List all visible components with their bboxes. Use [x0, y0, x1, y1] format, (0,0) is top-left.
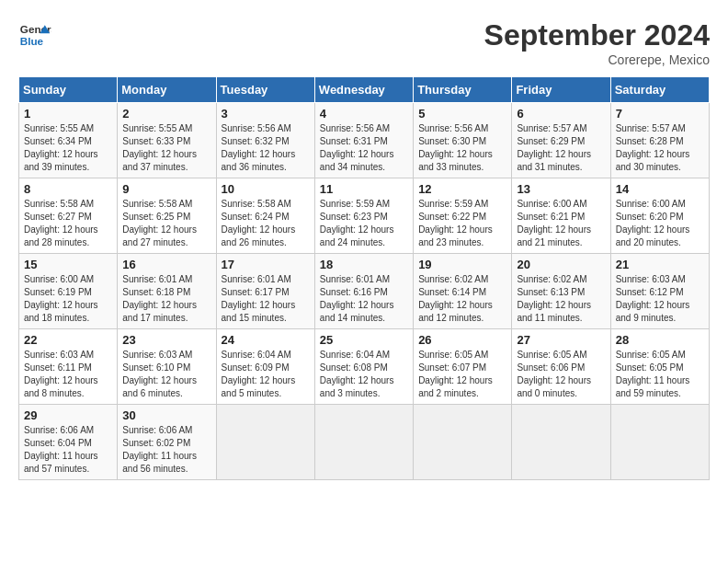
- day-number: 19: [418, 258, 506, 271]
- week-row: 29Sunrise: 6:06 AM Sunset: 6:04 PM Dayli…: [19, 405, 710, 480]
- day-cell: 26Sunrise: 6:05 AM Sunset: 6:07 PM Dayli…: [414, 329, 512, 405]
- header-row: SundayMondayTuesdayWednesdayThursdayFrid…: [19, 77, 710, 103]
- day-number: 12: [418, 182, 506, 196]
- col-header-saturday: Saturday: [610, 77, 709, 103]
- day-number: 20: [517, 258, 605, 271]
- day-info: Sunrise: 6:05 AM Sunset: 6:06 PM Dayligh…: [517, 349, 605, 400]
- day-cell: 13Sunrise: 6:00 AM Sunset: 6:21 PM Dayli…: [512, 178, 610, 254]
- day-info: Sunrise: 6:03 AM Sunset: 6:10 PM Dayligh…: [122, 349, 210, 400]
- day-info: Sunrise: 5:56 AM Sunset: 6:31 PM Dayligh…: [320, 122, 408, 174]
- day-info: Sunrise: 5:57 AM Sunset: 6:29 PM Dayligh…: [517, 122, 605, 174]
- col-header-tuesday: Tuesday: [216, 77, 314, 103]
- day-number: 13: [517, 182, 605, 196]
- day-info: Sunrise: 6:00 AM Sunset: 6:19 PM Dayligh…: [24, 273, 112, 325]
- day-number: 30: [122, 408, 210, 422]
- day-number: 9: [122, 182, 210, 196]
- day-number: 17: [222, 258, 310, 271]
- day-cell: 5Sunrise: 5:56 AM Sunset: 6:30 PM Daylig…: [414, 103, 512, 178]
- day-info: Sunrise: 6:00 AM Sunset: 6:20 PM Dayligh…: [616, 198, 704, 249]
- title-area: September 2024 Corerepe, Mexico: [484, 18, 710, 67]
- header: General Blue September 2024 Corerepe, Me…: [18, 18, 710, 67]
- day-number: 29: [24, 408, 112, 422]
- day-info: Sunrise: 5:58 AM Sunset: 6:25 PM Dayligh…: [122, 198, 210, 249]
- day-cell: 12Sunrise: 5:59 AM Sunset: 6:22 PM Dayli…: [414, 178, 512, 254]
- day-cell: 1Sunrise: 5:55 AM Sunset: 6:34 PM Daylig…: [19, 103, 118, 178]
- day-cell: 23Sunrise: 6:03 AM Sunset: 6:10 PM Dayli…: [118, 329, 216, 405]
- empty-cell: [216, 405, 314, 480]
- day-number: 16: [122, 258, 210, 271]
- col-header-monday: Monday: [118, 77, 216, 103]
- location: Corerepe, Mexico: [484, 52, 710, 67]
- day-number: 22: [24, 333, 112, 347]
- day-cell: 20Sunrise: 6:02 AM Sunset: 6:13 PM Dayli…: [512, 254, 610, 329]
- day-info: Sunrise: 6:05 AM Sunset: 6:07 PM Dayligh…: [418, 349, 506, 400]
- day-cell: 19Sunrise: 6:02 AM Sunset: 6:14 PM Dayli…: [414, 254, 512, 329]
- day-info: Sunrise: 6:01 AM Sunset: 6:17 PM Dayligh…: [222, 273, 310, 325]
- day-cell: 7Sunrise: 5:57 AM Sunset: 6:28 PM Daylig…: [610, 103, 709, 178]
- day-number: 8: [24, 182, 112, 196]
- day-info: Sunrise: 6:01 AM Sunset: 6:18 PM Dayligh…: [122, 273, 210, 325]
- day-number: 27: [517, 333, 605, 347]
- day-info: Sunrise: 5:58 AM Sunset: 6:27 PM Dayligh…: [24, 198, 112, 249]
- day-cell: 25Sunrise: 6:04 AM Sunset: 6:08 PM Dayli…: [314, 329, 413, 405]
- week-row: 15Sunrise: 6:00 AM Sunset: 6:19 PM Dayli…: [19, 254, 710, 329]
- day-info: Sunrise: 6:02 AM Sunset: 6:14 PM Dayligh…: [418, 273, 506, 325]
- day-cell: 2Sunrise: 5:55 AM Sunset: 6:33 PM Daylig…: [118, 103, 216, 178]
- day-number: 11: [320, 182, 408, 196]
- day-cell: 10Sunrise: 5:58 AM Sunset: 6:24 PM Dayli…: [216, 178, 314, 254]
- day-number: 2: [122, 107, 210, 121]
- day-info: Sunrise: 6:01 AM Sunset: 6:16 PM Dayligh…: [320, 273, 408, 325]
- day-cell: 22Sunrise: 6:03 AM Sunset: 6:11 PM Dayli…: [19, 329, 118, 405]
- day-number: 14: [616, 182, 704, 196]
- col-header-wednesday: Wednesday: [314, 77, 413, 103]
- day-cell: 18Sunrise: 6:01 AM Sunset: 6:16 PM Dayli…: [314, 254, 413, 329]
- empty-cell: [610, 405, 709, 480]
- empty-cell: [512, 405, 610, 480]
- day-cell: 14Sunrise: 6:00 AM Sunset: 6:20 PM Dayli…: [610, 178, 709, 254]
- week-row: 1Sunrise: 5:55 AM Sunset: 6:34 PM Daylig…: [19, 103, 710, 178]
- day-cell: 16Sunrise: 6:01 AM Sunset: 6:18 PM Dayli…: [118, 254, 216, 329]
- day-info: Sunrise: 6:00 AM Sunset: 6:21 PM Dayligh…: [517, 198, 605, 249]
- col-header-friday: Friday: [512, 77, 610, 103]
- day-cell: 4Sunrise: 5:56 AM Sunset: 6:31 PM Daylig…: [314, 103, 413, 178]
- day-cell: 28Sunrise: 6:05 AM Sunset: 6:05 PM Dayli…: [610, 329, 709, 405]
- day-cell: 15Sunrise: 6:00 AM Sunset: 6:19 PM Dayli…: [19, 254, 118, 329]
- day-info: Sunrise: 5:56 AM Sunset: 6:30 PM Dayligh…: [418, 122, 506, 174]
- day-number: 1: [24, 107, 112, 121]
- day-cell: 27Sunrise: 6:05 AM Sunset: 6:06 PM Dayli…: [512, 329, 610, 405]
- day-number: 10: [222, 182, 310, 196]
- day-number: 6: [517, 107, 605, 121]
- day-info: Sunrise: 6:06 AM Sunset: 6:04 PM Dayligh…: [24, 424, 112, 476]
- day-cell: 30Sunrise: 6:06 AM Sunset: 6:02 PM Dayli…: [118, 405, 216, 480]
- day-info: Sunrise: 5:58 AM Sunset: 6:24 PM Dayligh…: [222, 198, 310, 249]
- day-info: Sunrise: 5:55 AM Sunset: 6:34 PM Dayligh…: [24, 122, 112, 174]
- day-cell: 3Sunrise: 5:56 AM Sunset: 6:32 PM Daylig…: [216, 103, 314, 178]
- col-header-sunday: Sunday: [19, 77, 118, 103]
- col-header-thursday: Thursday: [414, 77, 512, 103]
- day-number: 23: [122, 333, 210, 347]
- day-info: Sunrise: 5:59 AM Sunset: 6:23 PM Dayligh…: [320, 198, 408, 249]
- day-info: Sunrise: 6:02 AM Sunset: 6:13 PM Dayligh…: [517, 273, 605, 325]
- day-cell: 21Sunrise: 6:03 AM Sunset: 6:12 PM Dayli…: [610, 254, 709, 329]
- day-info: Sunrise: 5:57 AM Sunset: 6:28 PM Dayligh…: [616, 122, 704, 174]
- day-number: 24: [222, 333, 310, 347]
- day-info: Sunrise: 6:06 AM Sunset: 6:02 PM Dayligh…: [122, 424, 210, 476]
- logo-icon: General Blue: [18, 18, 51, 52]
- week-row: 8Sunrise: 5:58 AM Sunset: 6:27 PM Daylig…: [19, 178, 710, 254]
- day-cell: 11Sunrise: 5:59 AM Sunset: 6:23 PM Dayli…: [314, 178, 413, 254]
- week-row: 22Sunrise: 6:03 AM Sunset: 6:11 PM Dayli…: [19, 329, 710, 405]
- day-number: 25: [320, 333, 408, 347]
- day-info: Sunrise: 6:05 AM Sunset: 6:05 PM Dayligh…: [616, 349, 704, 400]
- day-info: Sunrise: 5:55 AM Sunset: 6:33 PM Dayligh…: [122, 122, 210, 174]
- day-number: 28: [616, 333, 704, 347]
- calendar-table: SundayMondayTuesdayWednesdayThursdayFrid…: [18, 76, 710, 480]
- day-info: Sunrise: 6:03 AM Sunset: 6:12 PM Dayligh…: [616, 273, 704, 325]
- empty-cell: [414, 405, 512, 480]
- month-title: September 2024: [484, 18, 710, 52]
- day-cell: 9Sunrise: 5:58 AM Sunset: 6:25 PM Daylig…: [118, 178, 216, 254]
- day-info: Sunrise: 6:04 AM Sunset: 6:08 PM Dayligh…: [320, 349, 408, 400]
- day-cell: 24Sunrise: 6:04 AM Sunset: 6:09 PM Dayli…: [216, 329, 314, 405]
- day-cell: 6Sunrise: 5:57 AM Sunset: 6:29 PM Daylig…: [512, 103, 610, 178]
- day-number: 26: [418, 333, 506, 347]
- day-info: Sunrise: 5:56 AM Sunset: 6:32 PM Dayligh…: [222, 122, 310, 174]
